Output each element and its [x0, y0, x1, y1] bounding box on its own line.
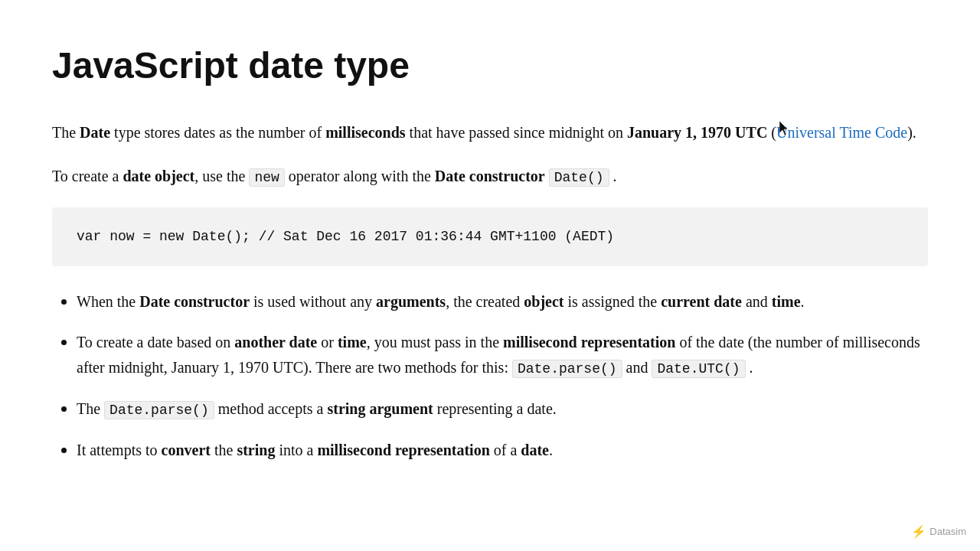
utc-link[interactable]: Universal Time Code: [776, 124, 907, 141]
bold-string-arg: string argument: [327, 400, 433, 417]
code-content: var now = new Date(); // Sat Dec 16 2017…: [77, 229, 614, 244]
list-item: To create a date based on another date o…: [77, 328, 928, 381]
date-parse-code: Date.parse(): [512, 360, 622, 378]
watermark-text: Datasim: [929, 524, 966, 540]
bold-convert: convert: [162, 442, 211, 458]
list-item: It attempts to convert the string into a…: [77, 436, 928, 463]
bold-date-constructor: Date constructor: [435, 168, 545, 184]
code-block: var now = new Date(); // Sat Dec 16 2017…: [52, 207, 928, 266]
bold-dc: Date constructor: [139, 293, 250, 310]
page-title: JavaScript date type: [52, 37, 928, 96]
date-parse-code-2: Date.parse(): [104, 401, 214, 419]
bold-date: Date: [80, 124, 110, 141]
bold-time2: time: [338, 334, 367, 350]
bold-arguments: arguments: [376, 293, 446, 310]
bold-current-date: current date: [661, 293, 742, 310]
bold-date-object: date object: [122, 168, 194, 184]
bold-ms-rep: millisecond representation: [503, 334, 675, 350]
date-constructor-code: Date(): [549, 168, 609, 187]
bullet-list: When the Date constructor is used withou…: [77, 288, 928, 462]
watermark: ⚡ Datasim: [911, 522, 966, 542]
bold-another-date: another date: [234, 334, 317, 350]
bold-time: time: [772, 293, 801, 310]
list-item: When the Date constructor is used withou…: [77, 288, 928, 315]
list-item: The Date.parse() method accepts a string…: [77, 395, 928, 422]
new-keyword-code: new: [249, 168, 284, 187]
bold-date2: date: [521, 442, 549, 458]
bold-january: January 1, 1970 UTC: [627, 124, 767, 141]
bold-object: object: [524, 293, 564, 310]
paragraph-1: The Date type stores dates as the number…: [52, 120, 928, 145]
date-utc-code: Date.UTC(): [652, 360, 745, 378]
paragraph-2: To create a date object, use the new ope…: [52, 164, 928, 190]
watermark-icon: ⚡: [911, 522, 926, 542]
bold-milliseconds: milliseconds: [325, 124, 405, 141]
bold-ms-rep2: millisecond representation: [317, 442, 489, 458]
bold-string: string: [237, 442, 275, 458]
